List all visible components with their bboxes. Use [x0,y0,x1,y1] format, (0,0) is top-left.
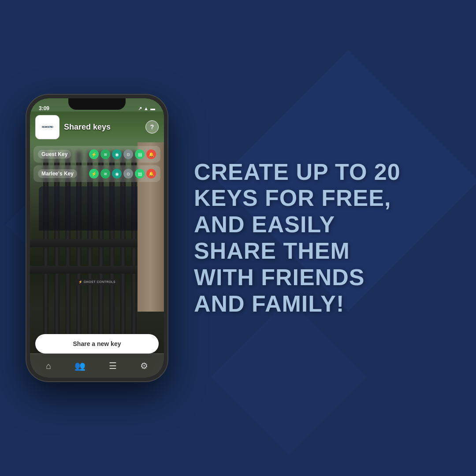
clock-icon: ⊙ [123,149,133,159]
help-icon: ? [150,123,154,130]
phone-mockup: ⚡ GHOST CONTROLS 3:09 ↗ ▲ ▬ RCMOOTIO Sha… [26,95,167,381]
promo-line-5: WITH FRIENDS [194,264,450,291]
promo-line-4: SHARE THEM [194,238,450,264]
main-content: ⚡ GHOST CONTROLS 3:09 ↗ ▲ ▬ RCMOOTIO Sha… [0,0,476,476]
wifi-icon: ≋ [100,149,110,159]
keys-list: Guest Key ⚡ ≋ ◉ ⊙ ▤ 🔔 [30,146,164,185]
status-icons: ↗ ▲ ▬ [138,106,155,112]
promo-line-3: AND EASILY [194,212,450,238]
share-button-container: Share a new key [35,334,159,353]
nav-people-icon[interactable]: 👥 [74,361,86,371]
status-time: 3:09 [39,105,49,112]
bottom-nav: ⌂ 👥 ☰ ⚙ [30,353,164,378]
nav-home-icon[interactable]: ⌂ [46,361,51,371]
promo-line-2: KEYS FOR FREE, [194,185,450,212]
clock-icon-2: ⊙ [123,169,133,178]
promo-text-container: CREATE UP TO 20 KEYS FOR FREE, AND EASIL… [185,159,450,317]
guest-key-label: Guest Key [41,151,67,157]
ghost-controls-badge: ⚡ GHOST CONTROLS [75,279,119,285]
logo-text: RCMOOTIO [42,126,53,129]
bluetooth-icon-2: ⚡ [89,169,99,178]
promo-line-6: AND FAMILY! [194,291,450,317]
marlees-key-name: Marlee's Key [38,169,77,178]
signal-icon-2: ◉ [112,169,122,178]
signal-icon: ◉ [112,149,122,159]
app-header: RCMOOTIO Shared keys ? [30,112,164,142]
phone-screen: ⚡ GHOST CONTROLS 3:09 ↗ ▲ ▬ RCMOOTIO Sha… [30,98,164,378]
marlees-key-label: Marlee's Key [41,171,74,177]
wifi-icon-2: ≋ [100,169,110,178]
app-title: Shared keys [64,123,141,132]
bell-icon: 🔔 [146,149,156,159]
app-logo: RCMOOTIO [35,115,60,139]
bluetooth-icon: ⚡ [89,149,99,159]
status-bar: 3:09 ↗ ▲ ▬ [30,102,164,115]
promo-text: CREATE UP TO 20 KEYS FOR FREE, AND EASIL… [194,159,450,317]
card-icon: ▤ [135,149,145,159]
location-icon: ↗ [138,106,142,112]
guest-key-item[interactable]: Guest Key ⚡ ≋ ◉ ⊙ ▤ 🔔 [33,146,160,163]
card-icon-2: ▤ [135,169,145,178]
share-new-key-button[interactable]: Share a new key [35,334,159,353]
bell-icon-2: 🔔 [146,169,156,178]
wifi-status-icon: ▲ [144,106,149,111]
guest-key-name: Guest Key [38,150,71,159]
nav-settings-icon[interactable]: ⚙ [140,361,148,371]
help-button[interactable]: ? [145,120,159,134]
battery-icon: ▬ [150,106,155,111]
marlees-key-icons: ⚡ ≋ ◉ ⊙ ▤ 🔔 [89,169,156,178]
promo-line-1: CREATE UP TO 20 [194,159,450,186]
nav-list-icon[interactable]: ☰ [109,361,117,371]
guest-key-icons: ⚡ ≋ ◉ ⊙ ▤ 🔔 [89,149,156,159]
marlees-key-item[interactable]: Marlee's Key ⚡ ≋ ◉ ⊙ ▤ 🔔 [33,165,160,182]
phone-body: ⚡ GHOST CONTROLS 3:09 ↗ ▲ ▬ RCMOOTIO Sha… [26,95,167,381]
